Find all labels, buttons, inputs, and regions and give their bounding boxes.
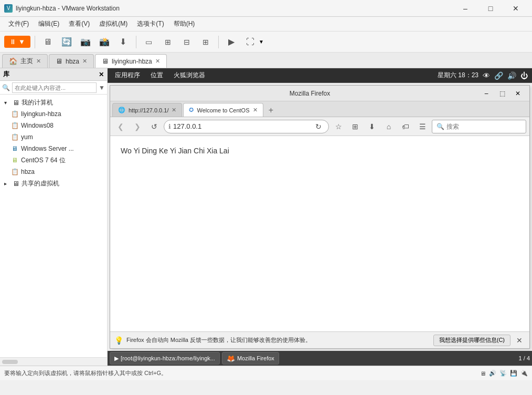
- ff-reload-btn[interactable]: ↺: [147, 119, 162, 134]
- centos-camera-icon[interactable]: 👁: [483, 71, 490, 80]
- menu-view[interactable]: 查看(V): [65, 18, 94, 30]
- tree-item-yum[interactable]: 📋 yum: [6, 131, 107, 143]
- maximize-button[interactable]: □: [478, 0, 503, 17]
- ff-tab-1[interactable]: 🌐 http://127.0.0.1/ ✕: [112, 103, 182, 117]
- tree-item-windows08[interactable]: 📋 Windows08: [6, 120, 107, 131]
- bottom-firefox-item[interactable]: 🦊 Mozilla Firefox: [222, 352, 279, 365]
- toolbar-view4-btn[interactable]: ⊞: [197, 34, 214, 50]
- tree-label-yum: yum: [21, 133, 33, 141]
- vm-tab-liyingkun[interactable]: 🖥 liyingkun-hbza ✕: [95, 54, 167, 68]
- sidebar-search-dropdown-icon[interactable]: ▼: [99, 84, 105, 91]
- ff-forward-btn[interactable]: ❯: [130, 119, 145, 134]
- vm-icon-liyingkun: 📋: [10, 110, 19, 118]
- vm-tab-hbza-label: hbza: [66, 58, 79, 65]
- ff-minimize-btn[interactable]: –: [479, 88, 494, 99]
- toolbar-separator-2: [136, 36, 136, 48]
- ff-reload-url-btn[interactable]: ↻: [313, 121, 324, 132]
- tree-item-windows-server[interactable]: 🖥 Windows Server ...: [6, 143, 107, 154]
- tree-item-centos[interactable]: 🖥 CentOS 7 64 位: [6, 154, 107, 166]
- ff-menu-btn[interactable]: ☰: [415, 119, 430, 134]
- ff-content: Wo Yi Ding Ke Yi Jian Chi Xia Lai: [110, 136, 529, 331]
- ff-back-btn[interactable]: ❮: [113, 119, 128, 134]
- ff-close-btn[interactable]: ✕: [510, 88, 525, 99]
- centos-network-icon[interactable]: 🔗: [494, 71, 503, 80]
- toolbar-snapshot-btn[interactable]: 📷: [77, 34, 94, 50]
- ff-tab-2-icon: ✪: [189, 107, 194, 113]
- centos-time: 星期六 18：23: [438, 71, 478, 80]
- ff-bookmark-star-btn[interactable]: ☆: [331, 119, 346, 134]
- centos-power-icon[interactable]: ⏻: [520, 71, 528, 80]
- toolbar-separator-1: [35, 36, 35, 48]
- ff-title-text: Mozilla Firefox: [141, 90, 479, 97]
- centos-right-area: 星期六 18：23 👁 🔗 🔊 ⏻: [438, 71, 528, 80]
- ff-home-btn[interactable]: ⌂: [381, 119, 396, 134]
- shared-icon: 🖥: [13, 180, 19, 188]
- toolbar-view2-btn[interactable]: ⊞: [159, 34, 176, 50]
- ff-pocket-btn[interactable]: 🏷: [398, 119, 413, 134]
- menu-help[interactable]: 帮助(H): [169, 18, 199, 30]
- ff-search-icon: 🔍: [437, 123, 444, 130]
- toolbar-view3-btn[interactable]: ⊟: [178, 34, 195, 50]
- centos-taskbar: 应用程序 位置 火狐浏览器 星期六 18：23 👁 🔗 🔊 ⏻: [108, 68, 532, 83]
- menu-edit[interactable]: 编辑(E): [34, 18, 63, 30]
- sidebar-hscroll: [0, 357, 107, 366]
- toolbar-monitor-btn[interactable]: 🖥: [39, 34, 56, 50]
- sidebar-search-input[interactable]: [12, 82, 97, 93]
- toolbar-snapshot2-btn[interactable]: 📸: [96, 34, 113, 50]
- ff-new-tab-btn[interactable]: +: [264, 104, 278, 117]
- menu-tabs[interactable]: 选项卡(T): [133, 18, 168, 30]
- toolbar-network-btn[interactable]: 🔄: [58, 34, 75, 50]
- vm-tab-home[interactable]: 🏠 主页 ✕: [2, 54, 48, 68]
- centos-apps-menu[interactable]: 应用程序: [112, 70, 143, 81]
- minimize-button[interactable]: –: [453, 0, 477, 17]
- ff-search-input[interactable]: [446, 123, 525, 130]
- ff-notification-icon: 💡: [114, 336, 123, 345]
- ff-secure-icon: ℹ: [168, 123, 171, 130]
- bottom-terminal-item[interactable]: ▶ [root@liyingkun-hbza:/home/liyingk...: [110, 352, 220, 365]
- firefox-icon: 🦊: [227, 355, 235, 362]
- vm-icon-windows08: 📋: [10, 122, 19, 129]
- ff-tab-1-close[interactable]: ✕: [172, 107, 176, 113]
- vm-tab-home-close[interactable]: ✕: [36, 58, 41, 65]
- menu-vm[interactable]: 虚拟机(M): [95, 18, 132, 30]
- ff-restore-btn[interactable]: ⬚: [495, 88, 509, 99]
- tree-shared-vms[interactable]: ▸ 🖥 共享的虚拟机: [0, 178, 107, 189]
- title-bar-text: liyingkun-hbza - VMware Workstation: [16, 5, 453, 12]
- ff-tab-2-label: Welcome to CentOS: [197, 107, 249, 113]
- vm-tab-hbza-close[interactable]: ✕: [82, 58, 87, 65]
- sidebar-close-icon[interactable]: ✕: [99, 71, 104, 78]
- close-button[interactable]: ✕: [504, 0, 528, 17]
- ff-notification-close-btn[interactable]: ✕: [514, 335, 525, 346]
- centos-location-menu[interactable]: 位置: [147, 70, 166, 81]
- tree-my-computer[interactable]: ▾ 🖥 我的计算机: [0, 97, 107, 108]
- vmware-icon: V: [4, 4, 13, 13]
- tree-item-liyingkun[interactable]: 📋 liyingkun-hbza: [6, 108, 107, 120]
- ff-notification-choose-btn[interactable]: 我想选择提供哪些信息(C): [433, 335, 510, 346]
- centos-sound-icon[interactable]: 🔊: [507, 71, 516, 80]
- hscroll-thumb[interactable]: [2, 360, 18, 364]
- vm-tab-hbza[interactable]: 🖥 hbza ✕: [49, 54, 94, 68]
- firefox-window: Mozilla Firefox – ⬚ ✕ 🌐 http://127.0.0.1…: [110, 85, 530, 349]
- ff-reader-btn[interactable]: ⊞: [348, 119, 363, 134]
- toolbar-separator-3: [218, 36, 219, 48]
- vm-status-icon-2: 🔊: [489, 370, 496, 377]
- ff-tab-1-icon: 🌐: [118, 107, 125, 113]
- pause-button[interactable]: ⏸ ▼: [4, 36, 30, 48]
- pause-dropdown-icon: ▼: [18, 38, 25, 46]
- ff-tab-2-close[interactable]: ✕: [253, 107, 258, 113]
- vm-tab-liyingkun-close[interactable]: ✕: [155, 58, 160, 65]
- toolbar-snapshot3-btn[interactable]: ⬇: [115, 34, 132, 50]
- toolbar-view1-btn[interactable]: ▭: [141, 34, 157, 50]
- menu-file[interactable]: 文件(F): [4, 18, 33, 30]
- tree-item-hbza[interactable]: 📋 hbza: [6, 166, 107, 178]
- ff-download-btn[interactable]: ⬇: [365, 119, 379, 134]
- ff-tab-2[interactable]: ✪ Welcome to CentOS ✕: [183, 103, 263, 117]
- ff-navbar: ❮ ❯ ↺ ℹ ↻ ☆ ⊞ ⬇ ⌂ 🏷 ☰ 🔍: [110, 117, 529, 136]
- centos-browser-menu[interactable]: 火狐浏览器: [171, 70, 208, 81]
- ff-url-input[interactable]: [173, 122, 311, 130]
- toolbar-fullscreen-btn[interactable]: ⛶: [242, 34, 259, 50]
- hbza-tab-icon: 🖥: [56, 57, 62, 65]
- toolbar-terminal-btn[interactable]: ▶: [223, 34, 240, 50]
- ff-url-bar: ℹ ↻: [164, 120, 329, 133]
- tree-my-computer-label: 我的计算机: [22, 98, 53, 107]
